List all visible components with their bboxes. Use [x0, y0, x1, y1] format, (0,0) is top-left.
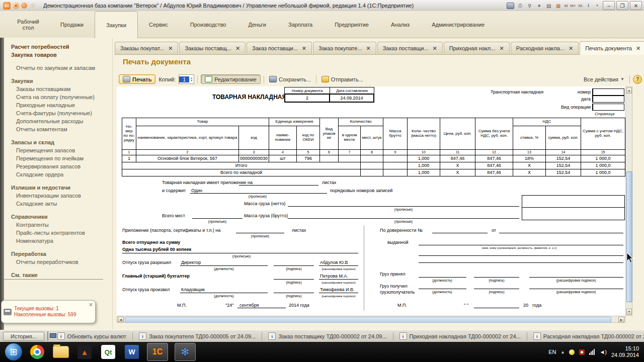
scroll-left-icon[interactable]: ◀: [118, 317, 124, 322]
sidebar-item[interactable]: Контрагенты: [4, 221, 112, 229]
save-icon[interactable]: [507, 2, 515, 10]
quick-access-icon[interactable]: [21, 3, 27, 9]
sidebar-item[interactable]: Счета на оплату (полученные): [4, 93, 112, 101]
horizontal-scrollbar[interactable]: ◀ ▶: [117, 316, 625, 323]
sidebar-item[interactable]: Приходные накладные: [4, 101, 112, 109]
vertical-scroll-thumb[interactable]: [626, 171, 632, 302]
sidebar-item[interactable]: Заказы поставщикам: [4, 85, 112, 93]
document-tab[interactable]: Заказ поставщи...✕: [247, 42, 312, 54]
taskbar-explorer-icon[interactable]: [52, 343, 69, 360]
document-tab[interactable]: Заказы покупат...✕: [115, 42, 178, 54]
sidebar-item[interactable]: Номенклатура: [4, 237, 112, 245]
tab-close-icon[interactable]: ✕: [235, 45, 240, 52]
sidebar-item[interactable]: Прайс-листы контрагентов: [4, 229, 112, 237]
tab-close-icon[interactable]: ✕: [499, 45, 504, 52]
sidebar-item[interactable]: Дополнительные расходы: [4, 117, 112, 125]
tab-close-icon[interactable]: ✕: [366, 45, 371, 52]
help-button[interactable]: ?: [633, 75, 642, 84]
minimize-button[interactable]: –: [603, 1, 615, 10]
save-button[interactable]: Сохранить...: [267, 75, 313, 83]
menu-tab-зарплата[interactable]: Зарплата: [277, 11, 324, 38]
sidebar-item[interactable]: Складские акты: [4, 200, 112, 208]
document-tab[interactable]: Заказ покупате...✕: [313, 42, 376, 54]
statusbar-window-button[interactable]: iЗаказ покупателя ТД00-000005 от 24.09..…: [136, 332, 259, 340]
add-favorite-icon[interactable]: ✶: [535, 2, 543, 10]
send-button[interactable]: Отправить...: [319, 75, 365, 83]
sidebar-item[interactable]: Резервирования запасов: [4, 162, 112, 170]
info-dropdown-icon[interactable]: ▾: [593, 2, 601, 10]
language-indicator[interactable]: EN: [548, 349, 556, 355]
taskbar-start-icon[interactable]: ⊞: [5, 343, 22, 360]
scroll-up-icon[interactable]: ▲: [626, 87, 632, 94]
tab-close-icon[interactable]: ✕: [168, 45, 173, 52]
taskbar-flower-icon[interactable]: ✻: [175, 343, 196, 361]
document-tab[interactable]: Приходная накл...✕: [444, 42, 510, 54]
app-1c-logo-icon[interactable]: 1С: [3, 2, 11, 10]
taskbar-1c-icon[interactable]: 1С: [147, 343, 168, 361]
tray-red-icon[interactable]: [579, 349, 585, 355]
tab-close-icon[interactable]: ✕: [569, 45, 573, 52]
menu-tab-сервис[interactable]: Сервис: [138, 11, 179, 38]
taskbar-chrome-icon[interactable]: [29, 343, 46, 360]
tab-close-icon[interactable]: ✕: [302, 45, 306, 52]
edit-toggle-button[interactable]: Редактирование: [201, 74, 261, 84]
memory-mminus-button[interactable]: M-: [578, 2, 584, 10]
taskbar-word-icon[interactable]: W: [123, 343, 140, 360]
document-tab[interactable]: Расходная накла...✕: [511, 42, 579, 54]
info-icon[interactable]: i: [585, 3, 592, 9]
menu-tab-предприятие[interactable]: Предприятие: [324, 11, 380, 38]
main-menu-dropdown-icon[interactable]: ▾: [13, 3, 19, 9]
sidebar-item[interactable]: Отчеты комитентам: [4, 125, 112, 133]
sidebar-item[interactable]: Закупка товаров: [4, 51, 112, 59]
sidebar-item[interactable]: Отчеты переработчиков: [4, 258, 112, 266]
scroll-down-icon[interactable]: ▼: [626, 309, 632, 315]
menu-tab-продажи[interactable]: Продажи: [49, 11, 95, 38]
calculator-icon[interactable]: ▤: [545, 2, 553, 10]
sidebar-item[interactable]: Складские ордера: [4, 170, 112, 178]
memory-m-button[interactable]: M: [564, 2, 569, 10]
sidebar-item[interactable]: Перемещения запасов: [4, 146, 112, 154]
stepper-arrows-icon[interactable]: ▲▼: [189, 77, 194, 82]
sidebar-item[interactable]: Отчеты по закупкам и запасам: [4, 64, 112, 72]
document-tab[interactable]: Заказ поставщи...✕: [377, 42, 443, 54]
statusbar-window-button[interactable]: iЗаказ поставщику ТД00-000002 от 24.09..…: [265, 332, 389, 340]
all-actions-button[interactable]: Все действия ▼: [582, 75, 626, 83]
print-button[interactable]: Печать: [119, 74, 155, 84]
statusbar-window-button[interactable]: iПриходная накладная ТД00-000002 от 24..…: [396, 332, 524, 340]
history-button[interactable]: История...: [3, 332, 44, 341]
menu-tab-производство[interactable]: Производство: [179, 11, 237, 38]
sidebar-item[interactable]: Инвентаризации запасов: [4, 192, 112, 200]
sidebar-item[interactable]: Расчет потребностей: [4, 43, 112, 51]
print-icon[interactable]: ⎙: [516, 2, 524, 10]
menu-tab-администрирование[interactable]: Администрирование: [421, 11, 496, 38]
taskbar-qt-icon[interactable]: Qt: [100, 343, 117, 360]
network-signal-icon[interactable]: [589, 349, 595, 355]
notification-close-icon[interactable]: ✕: [89, 302, 93, 308]
menu-tab-закупки[interactable]: Закупки: [95, 11, 138, 38]
menu-tab-рабочий-стол[interactable]: Рабочий стол: [7, 11, 49, 38]
document-tab[interactable]: Печать документа✕: [580, 41, 644, 55]
sidebar-item[interactable]: Счета-фактуры (полученные): [4, 109, 112, 117]
tab-close-icon[interactable]: ✕: [432, 45, 437, 52]
show-desktop-monitor-icon[interactable]: [47, 331, 48, 341]
tab-close-icon[interactable]: ✕: [636, 45, 640, 52]
close-button[interactable]: ✕: [630, 1, 642, 10]
favorites-star-icon[interactable]: ☆: [29, 2, 37, 10]
sidebar-item[interactable]: Перемещения по ячейкам: [4, 154, 112, 162]
menu-tab-анализ[interactable]: Анализ: [380, 11, 421, 38]
vertical-scrollbar[interactable]: ▲ ▼: [625, 86, 632, 316]
taskbar-clock[interactable]: 15:1024.09.2014: [611, 345, 639, 358]
scroll-right-icon[interactable]: ▶: [618, 317, 624, 322]
print-preview-icon[interactable]: ⚲: [526, 2, 534, 10]
statusbar-window-button[interactable]: iОбновить курсы валют: [54, 332, 129, 340]
tray-expand-icon[interactable]: ▲: [560, 350, 565, 354]
memory-mplus-button[interactable]: M+: [570, 2, 576, 10]
statusbar-window-button[interactable]: iРасходная накладная ТД00-000002 от 24..…: [530, 332, 644, 340]
horizontal-scroll-thumb[interactable]: [125, 317, 611, 323]
volume-icon[interactable]: ◄): [599, 349, 607, 355]
copies-stepper[interactable]: 1▲▼: [179, 74, 194, 84]
restore-button[interactable]: ❐: [616, 1, 628, 10]
menu-tab-деньги[interactable]: Деньги: [237, 11, 277, 38]
taskbar-dark-icon[interactable]: ▲: [76, 343, 93, 360]
calendar-icon[interactable]: ▦: [554, 2, 562, 10]
